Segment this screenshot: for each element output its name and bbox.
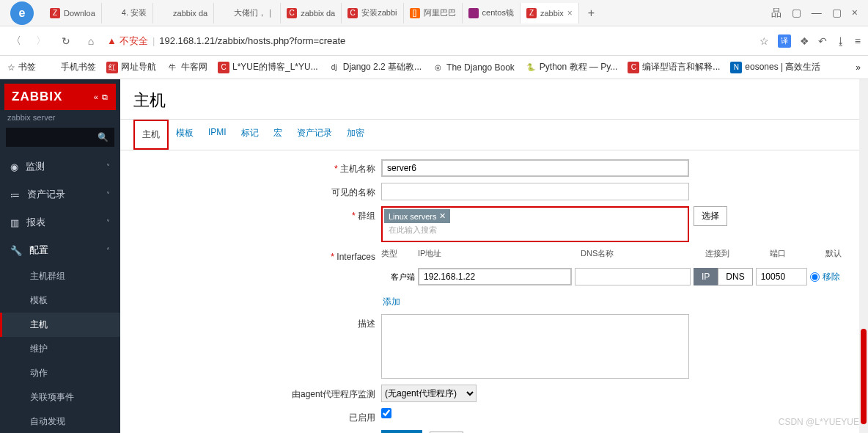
connect-ip-button[interactable]: IP	[694, 268, 718, 285]
bookmark-item[interactable]: C编译型语言和解释...	[628, 61, 720, 73]
browser-tab[interactable]: C安装zabbi	[342, 3, 403, 23]
bookmark-item[interactable]: djDjango 2.2 基础教...	[328, 61, 422, 73]
sidebar-menu-item[interactable]: ≔资产记录˅	[0, 181, 120, 208]
window-maximize-icon[interactable]: ▢	[832, 7, 842, 20]
group-tag[interactable]: Linux servers ✕	[384, 209, 450, 223]
form-tab[interactable]: IPMI	[201, 120, 234, 150]
bookmark-item[interactable]: CL*YUE的博客_L*YU...	[218, 61, 318, 73]
window-pin-icon[interactable]: ▢	[792, 7, 801, 20]
translate-icon[interactable]: 译	[778, 34, 791, 48]
menu-label: 配置	[29, 244, 48, 257]
chevron-icon: ˄	[106, 247, 110, 255]
vertical-scrollbar[interactable]	[859, 79, 868, 433]
browser-tab[interactable]: []阿里巴巴	[404, 3, 463, 23]
tab-close-icon[interactable]: ×	[567, 8, 573, 18]
nav-reload-button[interactable]: ↻	[57, 32, 75, 50]
sidebar-submenu-item[interactable]: 关联项事件	[0, 385, 120, 410]
group-search-input[interactable]: 在此输入搜索	[384, 223, 686, 239]
enabled-checkbox[interactable]	[381, 408, 391, 418]
bookmark-favicon-icon: dj	[328, 62, 340, 73]
tab-label: 安装zabbi	[361, 7, 397, 18]
bookmark-favicon-icon: 红	[106, 62, 118, 73]
form-tab[interactable]: 资产记录	[290, 120, 339, 150]
nav-back-button[interactable]: 〈	[7, 32, 25, 50]
visible-name-input[interactable]	[381, 183, 689, 200]
undo-icon[interactable]: ↶	[818, 35, 827, 47]
browser-tab[interactable]: 4. 安装	[102, 3, 153, 23]
sidebar-submenu-item[interactable]: 维护	[0, 337, 120, 361]
form-tab[interactable]: 宏	[266, 120, 290, 150]
url-field[interactable]: ▲ 不安全 | 192.168.1.21/zabbix/hosts.php?fo…	[107, 31, 752, 51]
bookmarks-star-icon[interactable]: ☆ 书签	[7, 61, 36, 73]
browser-tab[interactable]: ZDownloa	[44, 3, 102, 23]
interface-dns-input[interactable]	[575, 268, 691, 285]
scrollbar-thumb[interactable]	[861, 329, 867, 424]
new-tab-button[interactable]: +	[579, 7, 603, 20]
bookmarks-bar: ☆ 书签 手机书签红网址导航牛牛客网CL*YUE的博客_L*YU...djDja…	[0, 56, 868, 79]
bookmark-item[interactable]: ◎The Django Book	[432, 61, 515, 73]
select-group-button[interactable]: 选择	[694, 206, 727, 226]
download-icon[interactable]: ⭳	[836, 35, 846, 47]
proxy-select[interactable]: (无agent代理程序)	[381, 385, 477, 402]
sidebar-submenu-item[interactable]: 自动发现	[0, 410, 120, 433]
window-layout-icon[interactable]: 品	[771, 7, 781, 20]
sidebar-collapse-icon[interactable]: « ⧉	[94, 92, 108, 102]
form-tab[interactable]: 加密	[339, 120, 372, 150]
sidebar-menu-item[interactable]: ◉监测˅	[0, 153, 120, 181]
server-name: zabbix server	[0, 110, 120, 128]
bookmark-item[interactable]: 🐍Python 教程 — Py...	[525, 61, 617, 73]
browser-logo-icon: e	[10, 1, 34, 25]
connect-dns-button[interactable]: DNS	[718, 268, 752, 285]
bookmark-label: Python 教程 — Py...	[540, 61, 617, 73]
description-textarea[interactable]	[381, 314, 689, 379]
bookmarks-more[interactable]: »	[856, 62, 861, 73]
nav-home-button[interactable]: ⌂	[82, 32, 100, 50]
tab-favicon-icon	[159, 8, 169, 18]
form-tab[interactable]: 主机	[133, 120, 169, 150]
bookmark-item[interactable]: 手机书签	[46, 61, 96, 73]
tab-label: zabbix	[540, 9, 564, 18]
sidebar-submenu-item[interactable]: 模板	[0, 288, 120, 313]
star-icon[interactable]: ☆	[760, 35, 769, 47]
bookmark-item[interactable]: Neosones | 高效生活	[730, 61, 820, 73]
browser-logo: e	[0, 0, 44, 26]
interface-default-radio[interactable]	[810, 272, 820, 282]
form-tab[interactable]: 标记	[234, 120, 266, 150]
interface-ip-input[interactable]	[418, 268, 572, 285]
browser-tab[interactable]: zabbix da	[153, 3, 214, 23]
tab-favicon-icon: []	[410, 8, 420, 18]
form-tab[interactable]: 模板	[169, 120, 201, 150]
bookmark-item[interactable]: 红网址导航	[106, 61, 156, 73]
sidebar-menu-item[interactable]: ▥报表˅	[0, 208, 120, 236]
extension-icon[interactable]: ❖	[800, 35, 809, 47]
bookmark-label: 网址导航	[121, 61, 156, 73]
interface-remove-link[interactable]: 移除	[823, 271, 840, 283]
interface-port-input[interactable]	[756, 268, 807, 285]
browser-tab[interactable]: Zzabbix×	[521, 3, 579, 23]
sidebar-submenu-item[interactable]: 动作	[0, 361, 120, 385]
browser-tab[interactable]: centos镜	[463, 3, 521, 23]
connect-to-toggle[interactable]: IP DNS	[694, 268, 753, 285]
tag-remove-icon[interactable]: ✕	[439, 211, 446, 221]
bookmark-item[interactable]: 牛牛客网	[166, 61, 207, 73]
browser-tab[interactable]: Czabbix da	[281, 3, 342, 23]
bookmark-favicon-icon: C	[218, 62, 229, 73]
tab-label: 4. 安装	[122, 7, 147, 18]
sidebar-menu-item[interactable]: 🔧配置˄	[0, 236, 120, 264]
search-input[interactable]: 🔍	[6, 128, 114, 147]
tab-favicon-icon: C	[287, 8, 297, 18]
submit-button[interactable]: 添加	[381, 430, 422, 433]
browser-tab[interactable]: 大佬们，｜	[214, 3, 281, 23]
zabbix-logo[interactable]: ZABBIX « ⧉	[4, 84, 116, 110]
sidebar-submenu-item[interactable]: 主机群组	[0, 264, 120, 288]
window-close-icon[interactable]: ×	[852, 7, 858, 20]
sidebar-submenu-item[interactable]: 主机	[0, 313, 120, 337]
host-name-input[interactable]	[381, 159, 689, 177]
nav-forward-button[interactable]: 〉	[32, 32, 50, 50]
window-minimize-icon[interactable]: —	[812, 7, 822, 20]
host-form: 主机名称 可见的名称 群组 Linux servers ✕	[120, 150, 868, 433]
interface-type-label: 客户端	[381, 272, 415, 283]
interface-add-link[interactable]: 添加	[383, 296, 400, 308]
label-groups: 群组	[133, 206, 381, 222]
menu-icon[interactable]: ≡	[855, 35, 861, 47]
